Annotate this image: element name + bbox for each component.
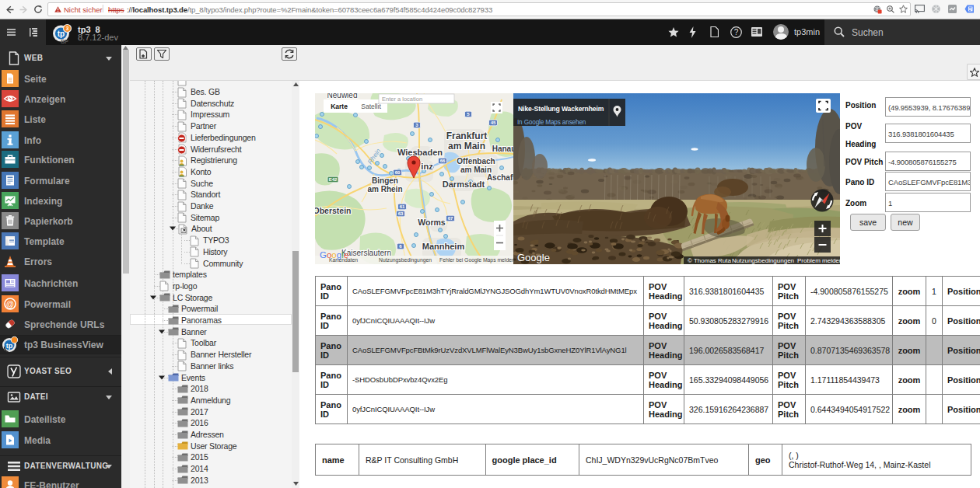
svg-text:Offenbach: Offenbach [457, 157, 495, 166]
svg-text:@: @ [6, 299, 14, 308]
svg-text:Nike-Stellung Wackernheim: Nike-Stellung Wackernheim [518, 105, 604, 113]
svg-text:BP: BP [61, 39, 68, 44]
svg-text:61: 61 [400, 204, 405, 209]
svg-text:Worms: Worms [418, 218, 446, 227]
svg-text:Frankfurt: Frankfurt [446, 131, 488, 141]
svg-text:tp: tp [58, 30, 65, 38]
svg-text:E42: E42 [329, 177, 338, 182]
svg-text:Bingen: Bingen [372, 176, 398, 185]
svg-text:Neuwied: Neuwied [327, 93, 358, 99]
svg-text:Google: Google [320, 250, 348, 260]
svg-text:Darmstadt: Darmstadt [443, 180, 485, 189]
svg-text:Karte: Karte [331, 103, 348, 110]
svg-text:Fehler bei Google Maps melden: Fehler bei Google Maps melden [439, 257, 513, 263]
svg-text:63: 63 [398, 211, 404, 216]
svg-text:Mannheim: Mannheim [422, 242, 465, 251]
svg-text:?: ? [734, 28, 739, 37]
svg-text:Oberstein: Oberstein [315, 206, 352, 215]
svg-text:Wiesbaden: Wiesbaden [397, 148, 443, 157]
svg-text:Enter a location: Enter a location [382, 96, 422, 103]
svg-text:inz: inz [421, 162, 433, 171]
svg-text:67: 67 [448, 216, 453, 221]
svg-text:60: 60 [395, 170, 401, 175]
svg-text:45: 45 [491, 120, 496, 125]
svg-text:am Rhein: am Rhein [367, 185, 402, 193]
svg-text:Nutzungsbedingungen: Nutzungsbedingungen [379, 257, 432, 263]
svg-text:In Google Maps ansehen: In Google Maps ansehen [517, 119, 586, 126]
svg-text:Aschaffe: Aschaffe [487, 173, 513, 182]
svg-text:am Main: am Main [448, 141, 485, 152]
svg-text:66: 66 [440, 159, 446, 163]
svg-text:Problem melden: Problem melden [797, 257, 840, 264]
svg-text:Satellit: Satellit [361, 103, 381, 110]
svg-text:3: 3 [66, 26, 69, 31]
svg-text:Hanau: Hanau [492, 145, 513, 153]
svg-text:Nutzungsbedingungen: Nutzungsbedingungen [732, 257, 794, 264]
svg-text:Google: Google [517, 252, 550, 263]
svg-text:© Thomas Ruta: © Thomas Ruta [688, 257, 732, 264]
